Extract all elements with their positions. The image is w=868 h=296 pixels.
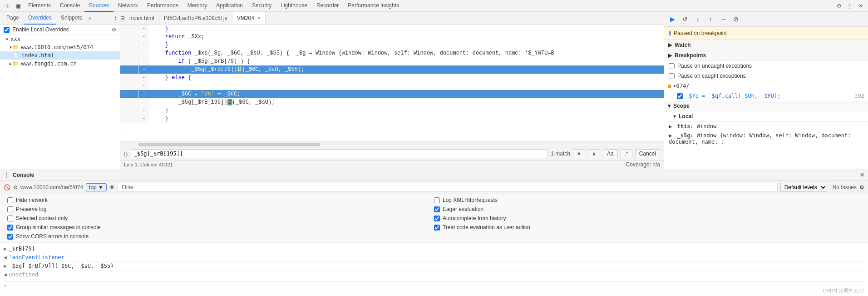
console-settings-icon[interactable]: ⚙	[859, 184, 864, 191]
curly-braces-icon: {}	[124, 151, 128, 157]
selected-context-checkbox[interactable]	[7, 216, 13, 221]
line-content-7: } else {	[149, 74, 664, 82]
step-over-btn[interactable]: ↺	[680, 14, 690, 25]
preserve-log-checkbox[interactable]	[7, 206, 13, 212]
treat-code-checkbox[interactable]	[434, 225, 440, 231]
show-cors-checkbox[interactable]	[7, 234, 13, 240]
console-filter-icon[interactable]: ⊘	[13, 184, 18, 191]
eager-eval-row: Eager evaluation	[434, 206, 861, 212]
regex-btn[interactable]: .*	[621, 149, 632, 158]
close-tab-icon[interactable]: ✕	[257, 15, 261, 20]
settings-icon[interactable]: ⚙	[833, 0, 844, 11]
tab-sources[interactable]: Sources	[84, 0, 113, 12]
subtab-page[interactable]: Page	[2, 12, 24, 25]
tree-item-fangdi[interactable]: ▸📁 www.fangdi.com.cn	[0, 60, 120, 68]
tab-performance-insights[interactable]: Performance insights	[343, 0, 404, 12]
line-gutter-1	[120, 25, 138, 33]
tree-item-xxx[interactable]: ▾ xxx	[0, 35, 120, 43]
expand-log-arrow-1[interactable]: ▶	[4, 246, 7, 252]
breakpoints-section-header[interactable]: ▶ Breakpoints	[664, 50, 868, 61]
line-arrow-10: -	[138, 98, 149, 106]
console-filter-input[interactable]	[118, 183, 778, 192]
tab-network[interactable]: Network	[113, 0, 143, 12]
bp-expand-icon[interactable]: ▾	[673, 83, 676, 89]
editor-tab-index-html[interactable]: index.html	[125, 12, 159, 25]
horizontal-scrollbar[interactable]	[120, 141, 664, 147]
selected-context-row: Selected context only	[7, 215, 434, 221]
search-input[interactable]	[131, 149, 548, 158]
more-subtabs-icon[interactable]: »	[89, 15, 92, 21]
log-item-call: ▶ _$5g[_$rB[79]](_$6C, _$sU, _$55)	[4, 262, 864, 271]
split-editor-icon[interactable]: ⊟	[120, 15, 125, 21]
step-btn[interactable]: →	[718, 14, 729, 25]
match-case-btn[interactable]: Aa	[603, 149, 618, 158]
expand-log-arrow-3[interactable]: ▶	[4, 263, 7, 269]
tab-memory[interactable]: Memory	[183, 0, 212, 12]
tree-item-www10010[interactable]: ▾📁 www.10010.com/net5/074	[0, 43, 120, 51]
close-devtools-icon[interactable]: ✕	[855, 0, 866, 11]
editor-tab-vm204[interactable]: VM204 ✕	[232, 12, 266, 25]
more-icon[interactable]: ⋮	[844, 0, 855, 11]
tab-application[interactable]: Application	[212, 0, 247, 12]
tab-console[interactable]: Console	[55, 0, 84, 12]
pause-uncaught-checkbox[interactable]	[669, 63, 675, 69]
log-text-rb79: _$rB[79]	[9, 246, 35, 252]
code-line-2: - return _$Xx;	[120, 33, 664, 41]
override-clear-icon[interactable]: ⊘	[112, 26, 116, 33]
next-match-btn[interactable]: ∨	[588, 149, 600, 158]
console-input-row[interactable]: ›	[4, 281, 864, 290]
tab-lighthouse[interactable]: Lighthouse	[276, 0, 312, 12]
tab-elements[interactable]: Elements	[24, 0, 55, 12]
autocomplete-row: Autocomplete from history	[434, 215, 861, 221]
log-xml-row: Log XMLHttpRequests	[434, 197, 861, 203]
line-content-5: if ( _$5g[_$rB[79]]) {	[149, 57, 664, 65]
tree-label-www10010: www.10010.com/net5/074	[21, 44, 93, 50]
tab-recorder[interactable]: Recorder	[312, 0, 343, 12]
tab-performance[interactable]: Performance	[143, 0, 183, 12]
default-levels-select[interactable]: Default levels	[780, 183, 827, 192]
bp-checkbox[interactable]	[677, 93, 683, 99]
watch-section-header[interactable]: ▶ Watch	[664, 40, 868, 50]
line-arrow-11: -	[138, 106, 149, 115]
group-similar-checkbox[interactable]	[7, 225, 13, 231]
hide-network-checkbox[interactable]	[7, 197, 13, 203]
resume-btn[interactable]: ▶	[667, 14, 678, 25]
scope-this-value: Window	[697, 123, 716, 130]
contract-log-arrow-4[interactable]: ◀	[4, 271, 7, 278]
console-clear-icon[interactable]: 🚫	[4, 184, 10, 191]
context-dropdown[interactable]: top ▼	[86, 183, 107, 191]
pause-caught-checkbox[interactable]	[669, 73, 675, 79]
deactivate-breakpoints-btn[interactable]: ⊘	[730, 14, 741, 25]
log-xml-checkbox[interactable]	[434, 197, 440, 203]
scope-section-header[interactable]: ▾ Scope	[664, 101, 868, 111]
local-section-header[interactable]: ▾ Local	[664, 111, 868, 122]
subtabs-more-icon[interactable]: ⋮	[113, 15, 118, 21]
enable-overrides-checkbox[interactable]	[4, 27, 10, 33]
step-out-btn[interactable]: ↑	[705, 14, 716, 25]
folder-open-icon-2: ▾📁	[9, 44, 19, 50]
autocomplete-checkbox[interactable]	[434, 216, 440, 221]
prev-match-btn[interactable]: ∧	[573, 149, 585, 158]
step-into-btn[interactable]: ↓	[692, 14, 703, 25]
console-input[interactable]	[9, 282, 864, 289]
console-eye-icon[interactable]: 👁	[109, 184, 115, 191]
tab-security[interactable]: Security	[247, 0, 276, 12]
console-toolbar: 🚫 ⊘ www.10010.com/net5/074 top ▼ 👁 Defau…	[0, 181, 868, 194]
subtab-overrides[interactable]: Overrides	[24, 12, 56, 25]
console-close-icon[interactable]: ✕	[860, 172, 864, 178]
eager-eval-checkbox[interactable]	[434, 206, 440, 212]
cancel-search-btn[interactable]: Cancel	[635, 149, 660, 158]
editor-content[interactable]: - } - return _$Xx; - }	[120, 25, 664, 141]
tree-item-index-html[interactable]: 📄 index.html	[0, 51, 120, 60]
subtab-snippets[interactable]: Snippets	[56, 12, 87, 25]
contract-log-arrow-2[interactable]: ◀	[4, 254, 7, 261]
status-bar: Line 1, Column 40321 Coverage: n/a	[120, 160, 664, 169]
scope-this-expand[interactable]: ▶	[669, 123, 672, 130]
editor-tab-js[interactable]: IN5CvLacRcP6.e309c5f.js	[159, 12, 232, 25]
console-options-col-right: Log XMLHttpRequests Eager evaluation Aut…	[434, 197, 861, 231]
devtools-device-icon[interactable]: ▣	[13, 0, 24, 11]
scope-sg-expand[interactable]: ▶	[669, 132, 672, 139]
code-line-11: - }	[120, 106, 664, 115]
scrollbar-thumb[interactable]	[138, 143, 320, 146]
devtools-inspect-icon[interactable]: ⊹	[2, 0, 13, 11]
